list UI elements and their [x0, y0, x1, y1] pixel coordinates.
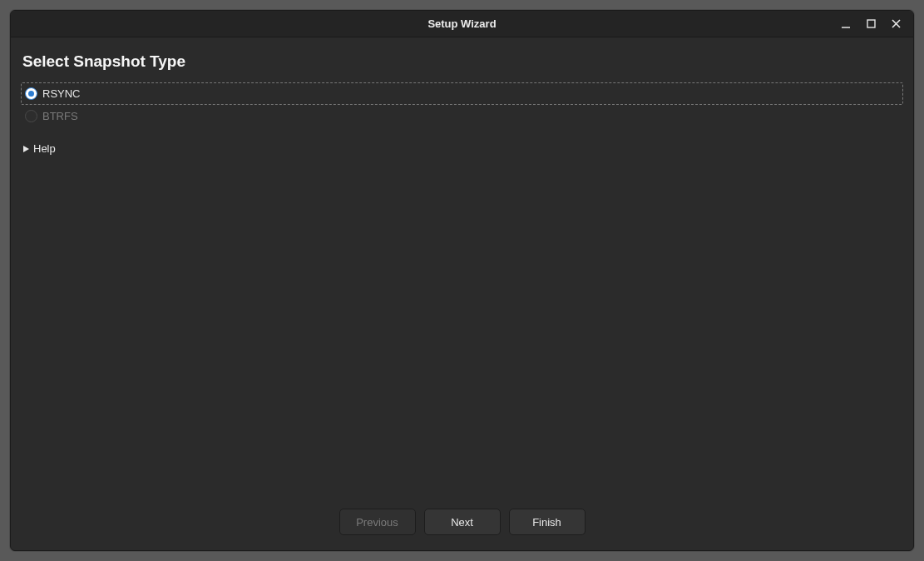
- wizard-window: Setup Wizard Select Snapshot Type RSYNC …: [10, 10, 914, 551]
- next-button[interactable]: Next: [424, 509, 501, 535]
- radio-btrfs-label: BTRFS: [42, 110, 78, 122]
- window-title: Setup Wizard: [427, 17, 496, 30]
- radio-rsync[interactable]: RSYNC: [21, 82, 903, 105]
- radio-indicator: [25, 110, 37, 122]
- snapshot-type-group: RSYNC BTRFS: [21, 82, 903, 127]
- help-expander[interactable]: Help: [21, 136, 903, 161]
- maximize-icon: [867, 19, 876, 28]
- page-heading: Select Snapshot Type: [21, 46, 903, 82]
- content-area: Select Snapshot Type RSYNC BTRFS Help Pr…: [11, 37, 913, 550]
- radio-indicator: [25, 87, 37, 100]
- close-icon: [892, 19, 901, 28]
- svg-marker-4: [23, 146, 29, 152]
- radio-rsync-label: RSYNC: [42, 87, 81, 100]
- minimize-icon: [841, 19, 851, 29]
- svg-rect-1: [867, 20, 875, 27]
- previous-button: Previous: [339, 509, 416, 535]
- wizard-buttons: Previous Next Finish: [21, 500, 903, 547]
- maximize-button[interactable]: [858, 12, 883, 36]
- finish-button[interactable]: Finish: [509, 509, 586, 535]
- close-button[interactable]: [883, 12, 908, 36]
- expander-triangle-icon: [22, 145, 30, 153]
- title-bar: Setup Wizard: [11, 11, 913, 37]
- minimize-button[interactable]: [833, 12, 858, 36]
- help-label: Help: [33, 142, 56, 155]
- window-controls: [833, 11, 908, 37]
- radio-btrfs[interactable]: BTRFS: [21, 105, 903, 127]
